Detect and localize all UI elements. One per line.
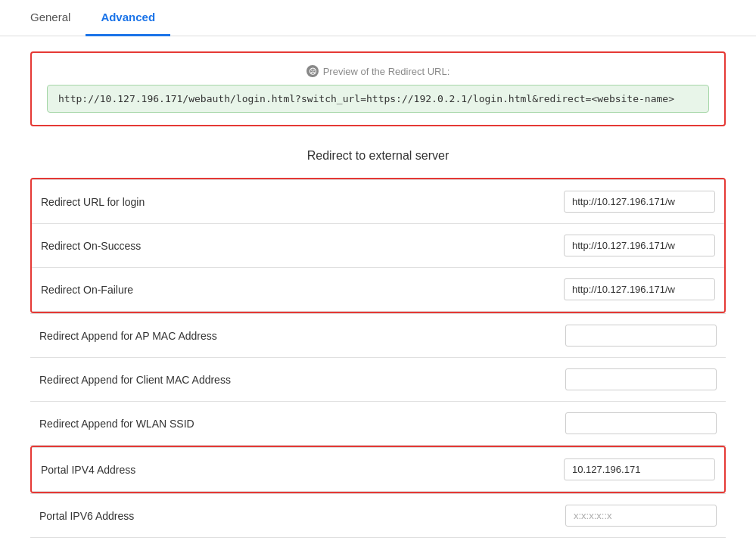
- redirect-ap-mac-input[interactable]: [565, 325, 717, 347]
- tab-advanced[interactable]: Advanced: [86, 0, 170, 36]
- redirect-on-failure-input[interactable]: [564, 278, 715, 300]
- info-icon: ☹: [306, 65, 319, 77]
- preview-url: http://10.127.196.171/webauth/login.html…: [47, 85, 709, 113]
- form-fields: Redirect URL for login Redirect On-Succe…: [30, 178, 726, 538]
- field-input-cell-redirect-wlan-ssid: [412, 402, 726, 446]
- field-label-portal-ipv4: Portal IPV4 Address: [32, 448, 412, 492]
- redirect-group: Redirect URL for login Redirect On-Succe…: [30, 178, 726, 313]
- field-row-redirect-wlan-ssid: Redirect Append for WLAN SSID: [30, 402, 726, 446]
- field-row-redirect-url-login: Redirect URL for login: [32, 180, 724, 224]
- portal-ipv6-input[interactable]: [565, 505, 717, 527]
- field-row-redirect-ap-mac: Redirect Append for AP MAC Address: [30, 314, 726, 358]
- field-label-redirect-ap-mac: Redirect Append for AP MAC Address: [30, 314, 412, 358]
- field-row-portal-ipv4: Portal IPV4 Address: [32, 448, 724, 492]
- field-label-redirect-on-success: Redirect On-Success: [32, 224, 412, 268]
- field-label-portal-ipv6: Portal IPV6 Address: [30, 494, 412, 538]
- field-label-redirect-wlan-ssid: Redirect Append for WLAN SSID: [30, 402, 412, 446]
- field-label-redirect-client-mac: Redirect Append for Client MAC Address: [30, 358, 412, 402]
- field-row-portal-ipv6: Portal IPV6 Address: [30, 494, 726, 538]
- field-input-cell-redirect-ap-mac: [412, 314, 726, 358]
- field-input-cell-redirect-on-success: [412, 224, 724, 268]
- preview-section: ☹ Preview of the Redirect URL: http://10…: [30, 51, 726, 126]
- field-row-redirect-on-success: Redirect On-Success: [32, 224, 724, 268]
- tab-general[interactable]: General: [15, 0, 86, 36]
- portal-ipv4-input[interactable]: [564, 458, 715, 480]
- field-input-cell-redirect-on-failure: [412, 268, 724, 312]
- field-row-redirect-on-failure: Redirect On-Failure: [32, 268, 724, 312]
- field-label-redirect-on-failure: Redirect On-Failure: [32, 268, 412, 312]
- redirect-wlan-ssid-input[interactable]: [565, 412, 717, 434]
- field-label-redirect-url-login: Redirect URL for login: [32, 180, 412, 224]
- redirect-on-success-input[interactable]: [564, 235, 715, 256]
- preview-label: ☹ Preview of the Redirect URL:: [47, 65, 709, 77]
- portal-ipv4-group: Portal IPV4 Address: [30, 446, 726, 493]
- section-title: Redirect to external server: [30, 149, 726, 163]
- field-input-cell-redirect-client-mac: [412, 358, 726, 402]
- field-row-redirect-client-mac: Redirect Append for Client MAC Address: [30, 358, 726, 402]
- redirect-url-login-input[interactable]: [564, 191, 715, 213]
- field-input-cell-redirect-url-login: [412, 180, 724, 224]
- tabs-bar: General Advanced: [0, 0, 756, 36]
- content-area: ☹ Preview of the Redirect URL: http://10…: [0, 36, 756, 547]
- field-input-cell-portal-ipv6: [412, 494, 726, 538]
- field-input-cell-portal-ipv4: [412, 448, 724, 492]
- redirect-client-mac-input[interactable]: [565, 368, 717, 390]
